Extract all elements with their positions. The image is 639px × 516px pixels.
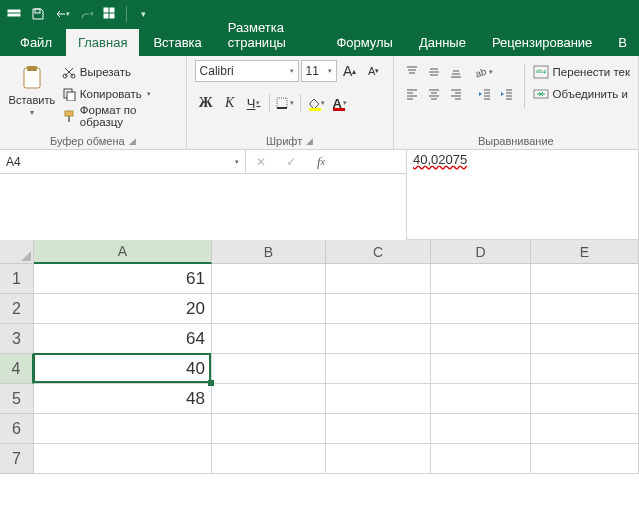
cell-a3[interactable]: 64 [34, 324, 212, 354]
formula-cancel-button[interactable]: ✕ [252, 155, 270, 169]
tab-review[interactable]: Рецензирование [480, 29, 604, 56]
copy-dropdown-icon[interactable]: ▾ [147, 90, 151, 98]
app-menu-icon[interactable] [6, 6, 22, 22]
formula-enter-button[interactable]: ✓ [282, 155, 300, 169]
chevron-down-icon: ▾ [328, 67, 332, 75]
cell-e3[interactable] [531, 324, 639, 354]
font-color-button[interactable]: A▾ [329, 92, 351, 114]
cell-c5[interactable] [326, 384, 431, 414]
cell-b4[interactable] [212, 354, 326, 384]
tab-formulas[interactable]: Формулы [324, 29, 405, 56]
cell-e2[interactable] [531, 294, 639, 324]
cell-d3[interactable] [431, 324, 531, 354]
copy-button[interactable]: Копировать ▾ [62, 84, 178, 104]
font-name-select[interactable]: Calibri▾ [195, 60, 299, 82]
align-top-button[interactable] [402, 62, 422, 82]
tab-home[interactable]: Главная [66, 29, 139, 56]
fill-color-button[interactable]: ▾ [305, 92, 327, 114]
align-left-button[interactable] [402, 84, 422, 104]
align-right-button[interactable] [446, 84, 466, 104]
formula-bar-input[interactable]: 40,02075 [406, 150, 639, 240]
row-header-7[interactable]: 7 [0, 444, 34, 474]
cell-d6[interactable] [431, 414, 531, 444]
cell-b6[interactable] [212, 414, 326, 444]
font-size-select[interactable]: 11▾ [301, 60, 337, 82]
name-box[interactable]: A4 ▾ [0, 150, 246, 173]
column-header-e[interactable]: E [531, 240, 639, 264]
row-header-5[interactable]: 5 [0, 384, 34, 414]
select-all-corner[interactable] [0, 240, 34, 264]
italic-button[interactable]: К [219, 92, 241, 114]
fill-handle[interactable] [208, 380, 214, 386]
column-header-a[interactable]: A [34, 240, 212, 264]
paste-button[interactable]: Вставить ▾ [8, 60, 56, 133]
cell-c3[interactable] [326, 324, 431, 354]
bold-button[interactable]: Ж [195, 92, 217, 114]
cell-d2[interactable] [431, 294, 531, 324]
border-button[interactable]: ▾ [274, 92, 296, 114]
cell-d4[interactable] [431, 354, 531, 384]
touch-mode-icon[interactable] [102, 6, 118, 22]
save-icon[interactable] [30, 6, 46, 22]
wrap-text-button[interactable]: ab Перенести тек [533, 62, 630, 82]
cell-c1[interactable] [326, 264, 431, 294]
tab-file[interactable]: Файл [8, 29, 64, 56]
column-header-d[interactable]: D [431, 240, 531, 264]
tab-page-layout[interactable]: Разметка страницы [216, 14, 323, 56]
cell-b7[interactable] [212, 444, 326, 474]
tab-insert[interactable]: Вставка [141, 29, 213, 56]
cell-a2[interactable]: 20 [34, 294, 212, 324]
font-launcher-icon[interactable]: ◢ [306, 136, 313, 146]
paste-dropdown-icon[interactable]: ▾ [30, 108, 34, 117]
redo-icon[interactable]: ▾ [78, 6, 94, 22]
insert-function-button[interactable]: fx [312, 154, 330, 170]
row-header-3[interactable]: 3 [0, 324, 34, 354]
cell-a1[interactable]: 61 [34, 264, 212, 294]
tab-data[interactable]: Данные [407, 29, 478, 56]
clipboard-launcher-icon[interactable]: ◢ [129, 136, 136, 146]
cell-e6[interactable] [531, 414, 639, 444]
row-header-4[interactable]: 4 [0, 354, 34, 384]
format-painter-button[interactable]: Формат по образцу [62, 106, 178, 126]
cell-e7[interactable] [531, 444, 639, 474]
increase-indent-button[interactable] [496, 84, 516, 104]
increase-font-button[interactable]: A▴ [339, 60, 361, 82]
merge-center-button[interactable]: Объединить и [533, 84, 630, 104]
cell-d7[interactable] [431, 444, 531, 474]
column-header-c[interactable]: C [326, 240, 431, 264]
cell-a7[interactable] [34, 444, 212, 474]
cell-e1[interactable] [531, 264, 639, 294]
cut-button[interactable]: Вырезать [62, 62, 178, 82]
align-middle-button[interactable] [424, 62, 444, 82]
cell-c6[interactable] [326, 414, 431, 444]
svg-rect-2 [35, 9, 40, 13]
orientation-button[interactable]: ab▾ [474, 62, 494, 82]
decrease-indent-button[interactable] [474, 84, 494, 104]
cell-c4[interactable] [326, 354, 431, 384]
row-header-2[interactable]: 2 [0, 294, 34, 324]
cell-c2[interactable] [326, 294, 431, 324]
cell-b5[interactable] [212, 384, 326, 414]
cell-e5[interactable] [531, 384, 639, 414]
row-header-6[interactable]: 6 [0, 414, 34, 444]
underline-button[interactable]: Ч▾ [243, 92, 265, 114]
cell-c7[interactable] [326, 444, 431, 474]
decrease-font-button[interactable]: A▾ [363, 60, 385, 82]
cell-b1[interactable] [212, 264, 326, 294]
cell-a6[interactable] [34, 414, 212, 444]
cell-d5[interactable] [431, 384, 531, 414]
align-bottom-button[interactable] [446, 62, 466, 82]
qat-customize-icon[interactable]: ▾ [135, 6, 151, 22]
undo-icon[interactable]: ▾ [54, 6, 70, 22]
row-header-1[interactable]: 1 [0, 264, 34, 294]
cell-e4[interactable] [531, 354, 639, 384]
align-center-button[interactable] [424, 84, 444, 104]
column-header-b[interactable]: B [212, 240, 326, 264]
cell-d1[interactable] [431, 264, 531, 294]
cell-b2[interactable] [212, 294, 326, 324]
cell-a4[interactable]: 40 [34, 354, 212, 384]
cell-a5[interactable]: 48 [34, 384, 212, 414]
cell-b3[interactable] [212, 324, 326, 354]
chevron-down-icon[interactable]: ▾ [235, 158, 239, 166]
tab-view[interactable]: В [606, 29, 639, 56]
